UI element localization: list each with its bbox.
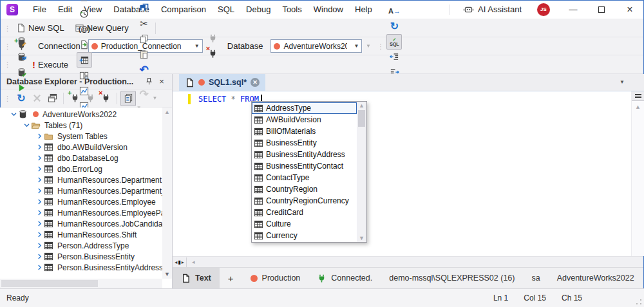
maximize-button[interactable] <box>587 0 616 19</box>
results-to-grid-icon[interactable] <box>77 52 92 68</box>
tree-item[interactable]: HumanResources.Employee <box>0 196 162 207</box>
menu-debug[interactable]: Debug <box>240 1 276 17</box>
validate-sql-icon[interactable]: ✓SQL <box>386 34 402 50</box>
toolbar-grip[interactable]: ⋮ <box>377 43 383 50</box>
menu-tools[interactable]: Tools <box>276 1 307 17</box>
autocomplete-scrollbar[interactable]: ▲ ▼ <box>357 102 366 242</box>
tree-item[interactable]: HumanResources.Shift <box>0 229 162 240</box>
menu-edit[interactable]: Edit <box>52 1 78 17</box>
ai-assistant-button[interactable]: AI Assistant <box>457 4 528 15</box>
save-all-icon[interactable] <box>137 1 152 16</box>
scroll-thumb[interactable] <box>358 110 365 127</box>
tab-text-view[interactable]: Text <box>173 268 220 288</box>
tree-item[interactable]: HumanResources.EmployeePay <box>0 207 162 218</box>
tree-item[interactable]: Tables (71) <box>0 120 162 131</box>
editor-vertical-scrollbar[interactable]: ▲ <box>631 91 644 256</box>
status-database[interactable]: AdventureWorks2022 <box>549 268 643 288</box>
menu-comparison[interactable]: Comparison <box>155 1 212 17</box>
close-panel-icon[interactable]: × <box>155 75 168 88</box>
autocomplete-item[interactable]: ContactType <box>252 172 357 183</box>
scroll-up-icon[interactable]: ▲ <box>359 102 365 109</box>
resize-grip[interactable] <box>636 299 642 305</box>
add-view-button[interactable]: + <box>220 268 242 288</box>
refresh-database-icon[interactable] <box>14 49 29 64</box>
check-database-icon[interactable] <box>14 64 29 80</box>
rename-object-icon[interactable] <box>386 0 402 3</box>
tree-item[interactable]: HumanResources.Department_ <box>0 185 162 196</box>
cut-icon[interactable]: ✂ <box>137 16 152 32</box>
autocomplete-item[interactable]: CreditCard <box>252 207 357 218</box>
scroll-down-icon[interactable]: ▼ <box>359 235 365 241</box>
chevron-collapsed-icon[interactable] <box>35 133 44 140</box>
split-vertical-handle[interactable]: ◂▮▸ <box>173 257 187 267</box>
windows-icon[interactable] <box>44 91 60 106</box>
menu-file[interactable]: File <box>27 1 52 17</box>
chevron-collapsed-icon[interactable] <box>35 209 44 216</box>
chevron-collapsed-icon[interactable] <box>35 264 44 271</box>
chevron-collapsed-icon[interactable] <box>35 220 44 227</box>
autocomplete-item[interactable]: BillOfMaterials <box>252 126 357 137</box>
autocomplete-item[interactable]: AddressType <box>252 102 357 114</box>
tree-item[interactable]: dbo.AWBuildVersion <box>0 142 162 153</box>
new-connection-icon[interactable]: + <box>67 91 82 106</box>
chevron-collapsed-icon[interactable] <box>35 187 44 194</box>
tab-sql1[interactable]: SQL1.sql* ✕ <box>179 74 265 91</box>
minimize-button[interactable]: — <box>559 0 587 19</box>
status-connected[interactable]: Connected. <box>308 268 381 288</box>
duplicate-documents-icon[interactable] <box>120 91 136 106</box>
tree-item[interactable]: Person.AddressType <box>0 240 162 251</box>
autocomplete-item[interactable]: CountryRegion <box>252 183 357 195</box>
status-connection[interactable]: Production <box>242 268 309 288</box>
pin-icon[interactable] <box>142 75 155 88</box>
status-server[interactable]: demo-mssql\SQLEXPRESS02 (16) <box>381 268 523 288</box>
paste-icon[interactable] <box>137 47 152 62</box>
autocomplete-item[interactable]: BusinessEntityContact <box>252 160 357 172</box>
tab-list-dropdown-icon[interactable]: ▼ <box>620 79 625 85</box>
stop-icon[interactable] <box>77 0 92 6</box>
tree-item[interactable]: Person.BusinessEntity <box>0 251 162 262</box>
status-user[interactable]: sa <box>523 268 548 288</box>
disconnect-icon[interactable]: × <box>98 91 113 106</box>
scroll-left-icon[interactable]: ◂ <box>192 259 195 265</box>
refresh-suggestions-icon[interactable]: ↻ <box>386 19 402 34</box>
chevron-expanded-icon[interactable] <box>9 111 18 118</box>
execute-button[interactable]: ! Execute <box>29 57 77 72</box>
toolbar-grip[interactable]: ⋮ <box>4 43 10 50</box>
connect-icon[interactable] <box>205 31 221 46</box>
query-parameters-icon[interactable]: (@) <box>77 21 92 37</box>
decrease-indent-icon[interactable] <box>386 50 402 65</box>
editor-horizontal-scrollbar[interactable]: ◂▮▸ ◂ <box>173 256 644 267</box>
scroll-thumb[interactable] <box>1 280 98 287</box>
autocomplete-item[interactable]: Culture <box>252 218 357 230</box>
chevron-collapsed-icon[interactable] <box>35 198 44 205</box>
query-history-icon[interactable] <box>77 6 92 21</box>
autocomplete-item[interactable]: CountryRegionCurrency <box>252 195 357 207</box>
toolbar-grip[interactable]: ⋮ <box>4 95 10 102</box>
copy-icon[interactable] <box>137 32 152 47</box>
autocomplete-item[interactable]: BusinessEntity <box>252 137 357 149</box>
chevron-expanded-icon[interactable] <box>22 122 31 129</box>
tree-item[interactable]: dbo.DatabaseLog <box>0 153 162 163</box>
sql-editor[interactable]: SELECT * FROM AddressTypeAWBuildVersionB… <box>173 91 644 256</box>
database-select[interactable]: AdventureWorks20... ▼ <box>270 39 362 53</box>
toolbar-grip[interactable]: ⋮ <box>4 61 10 68</box>
chevron-collapsed-icon[interactable] <box>35 144 44 151</box>
tree-horizontal-scrollbar[interactable] <box>0 279 162 288</box>
disconnect-icon[interactable]: × <box>205 46 221 62</box>
tree-vertical-scrollbar[interactable]: ▲ ▼ <box>162 107 172 279</box>
tree-item[interactable]: HumanResources.Department <box>0 174 162 185</box>
autocomplete-item[interactable]: AWBuildVersion <box>252 114 357 126</box>
toolbar-grip[interactable]: ⋮ <box>4 25 10 32</box>
chevron-collapsed-icon[interactable] <box>35 165 44 172</box>
scroll-up-icon[interactable]: ▲ <box>164 109 170 115</box>
layout-results-icon[interactable] <box>77 68 92 83</box>
export-results-icon[interactable] <box>77 37 92 52</box>
tab-close-icon[interactable]: ✕ <box>251 78 260 87</box>
tree-item[interactable]: AdventureWorks2022 <box>0 109 162 120</box>
autocomplete-item[interactable]: Currency <box>252 230 357 241</box>
delete-icon[interactable] <box>29 91 44 106</box>
tree-item[interactable]: System Tables <box>0 131 162 142</box>
scroll-down-icon[interactable]: ▼ <box>164 271 170 277</box>
chevron-collapsed-icon[interactable] <box>35 253 44 260</box>
chevron-collapsed-icon[interactable] <box>35 154 44 162</box>
